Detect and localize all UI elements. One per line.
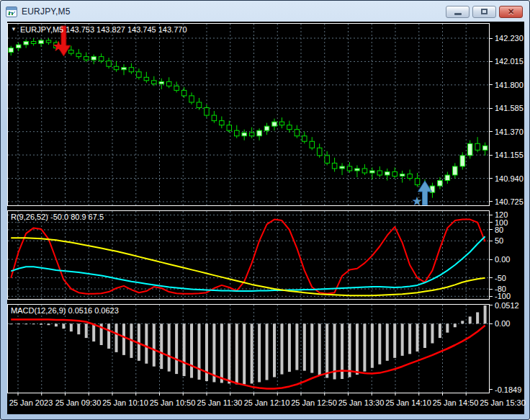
candle-body — [205, 108, 210, 116]
candle-body — [159, 81, 164, 84]
candle-body — [129, 68, 134, 72]
macd-histogram-bar — [371, 323, 374, 367]
scale-label: 141.800 — [490, 81, 524, 89]
scale-label: -50 — [490, 274, 506, 282]
minimize-icon — [454, 13, 462, 15]
symbol-dropdown-icon[interactable]: ▼ — [11, 27, 17, 32]
macd-histogram-bar — [280, 323, 283, 374]
candle-body — [332, 163, 337, 169]
macd-histogram-bar — [122, 323, 125, 355]
macd-histogram-bar — [153, 323, 156, 366]
candle-body — [257, 130, 262, 136]
macd-canvas[interactable] — [8, 305, 489, 393]
scale-tick — [490, 305, 493, 305]
macd-histogram-bar — [476, 312, 479, 323]
candle-body — [453, 166, 458, 175]
candle-body — [295, 130, 300, 136]
candle-body — [189, 96, 194, 102]
scale-tick — [490, 277, 493, 278]
macd-histogram-bar — [17, 323, 20, 324]
scale-tick — [490, 259, 493, 260]
candle-body — [227, 125, 232, 131]
candle-body — [137, 72, 142, 78]
macd-histogram-bar — [325, 323, 328, 377]
macd-histogram-bar — [228, 323, 230, 383]
candle-body — [302, 136, 307, 142]
oscillator-panel[interactable]: R(9,26,52) -50.0 80.9 67.5 — [7, 210, 490, 300]
chart-window: EURJPY,M5 ✕ ▼ EURJPY,M5 143.753 143.827 … — [0, 0, 530, 420]
scale-tick — [490, 296, 493, 297]
candle-body — [347, 166, 352, 171]
candle-body — [482, 146, 488, 150]
macd-histogram-bar — [55, 323, 58, 326]
price-panel[interactable]: ▼ EURJPY,M5 143.753 143.827 143.745 143.… — [7, 23, 490, 206]
minimize-button[interactable] — [446, 6, 470, 18]
time-label: 25 Jan 12:10 — [244, 398, 290, 407]
candle-body — [317, 148, 322, 156]
candle-body — [460, 156, 465, 166]
macd-histogram-bar — [48, 323, 50, 325]
macd-histogram-bar — [273, 323, 276, 377]
candle-body — [9, 48, 14, 53]
candle-body — [392, 171, 398, 176]
macd-histogram-bar — [168, 323, 171, 371]
candle-body — [31, 42, 36, 44]
titlebar[interactable]: EURJPY,M5 ✕ — [2, 2, 528, 21]
candle-body — [181, 90, 187, 96]
candle-body — [438, 181, 443, 187]
price-scale[interactable]: 142.230142.015141.800141.585141.370141.1… — [490, 22, 524, 414]
time-label: 25 Jan 11:30 — [197, 398, 243, 407]
candle-body — [445, 175, 450, 181]
scale-label: 50 — [490, 236, 503, 245]
candle-body — [325, 156, 330, 164]
candlestick-canvas[interactable]: ★★ — [8, 24, 489, 205]
candle-body — [166, 81, 171, 86]
window-title: EURJPY,M5 — [22, 6, 71, 17]
candle-body — [355, 169, 360, 171]
scale-tick — [490, 108, 493, 109]
macd-histogram-bar — [32, 323, 35, 324]
candle-body — [377, 171, 382, 175]
candle-body — [408, 174, 413, 179]
restore-button[interactable] — [472, 6, 496, 18]
macd-histogram-bar — [190, 323, 193, 377]
macd-histogram-bar — [446, 323, 449, 332]
time-label: 25 Jan 14:10 — [385, 398, 431, 407]
candle-body — [122, 68, 127, 70]
oscillator-canvas[interactable] — [8, 211, 489, 299]
macd-histogram-bar — [40, 323, 42, 324]
scale-label: 140.940 — [490, 174, 524, 183]
candle-body — [362, 169, 367, 173]
macd-histogram-bar — [243, 323, 246, 384]
chart-client-area: ▼ EURJPY,M5 143.753 143.827 143.745 143.… — [7, 22, 524, 414]
candle-body — [249, 133, 254, 136]
macd-histogram-bar — [175, 323, 178, 374]
macd-histogram-bar — [115, 323, 118, 352]
macd-histogram-bar — [220, 323, 223, 383]
scale-tick — [490, 131, 493, 132]
scale-tick — [490, 38, 493, 39]
scale-tick — [490, 289, 493, 290]
macd-histogram-bar — [356, 323, 359, 375]
scale-tick — [490, 84, 493, 85]
macd-histogram-bar — [288, 323, 291, 372]
scale-tick — [490, 222, 493, 223]
macd-histogram-bar — [295, 323, 298, 370]
scale-label: 0.00 — [490, 255, 510, 264]
macd-histogram-bar — [77, 323, 80, 334]
candle-body — [114, 66, 119, 70]
scale-label: 0.0512 — [490, 301, 519, 310]
chart-window-icon — [6, 6, 17, 17]
buy-star-icon: ★ — [412, 195, 423, 205]
scale-label: 141.585 — [490, 104, 524, 112]
close-button[interactable]: ✕ — [499, 6, 523, 18]
candle-body — [39, 40, 44, 44]
macd-histogram-bar — [303, 323, 306, 370]
scale-tick — [490, 229, 493, 230]
macd-histogram-bar — [212, 323, 215, 382]
scale-tick — [490, 215, 493, 215]
time-axis[interactable]: 25 Jan 202325 Jan 09:3025 Jan 10:1025 Ja… — [7, 393, 524, 414]
macd-panel[interactable]: MACD(12,26,9) 0.0516 0.0623 — [7, 304, 490, 393]
macd-histogram-bar — [183, 323, 186, 376]
macd-histogram-bar — [461, 321, 464, 323]
